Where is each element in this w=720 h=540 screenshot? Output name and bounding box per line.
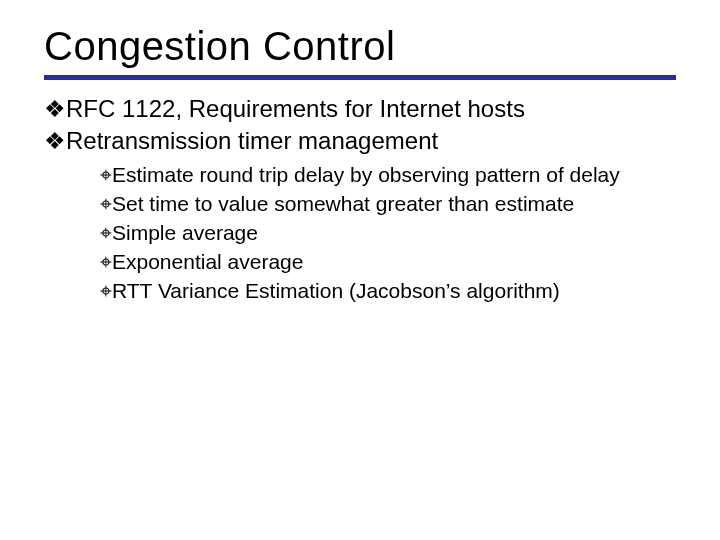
list-item: ⌖RTT Variance Estimation (Jacobson’s alg… [100, 278, 676, 305]
bullet-icon: ❖ [44, 95, 66, 122]
list-item-text: Set time to value somewhat greater than … [112, 192, 574, 215]
list-item: ⌖Set time to value somewhat greater than… [100, 191, 676, 218]
slide: Congestion Control ❖RFC 1122, Requiremen… [0, 0, 720, 540]
list-item-text: RTT Variance Estimation (Jacobson’s algo… [112, 279, 560, 302]
title-rule [44, 75, 676, 80]
bullet-icon: ⌖ [100, 250, 112, 273]
slide-title: Congestion Control [44, 24, 676, 69]
bullet-icon: ⌖ [100, 163, 112, 186]
bullet-icon: ❖ [44, 127, 66, 154]
list-item-text: Exponential average [112, 250, 303, 273]
list-item-text: Simple average [112, 221, 258, 244]
list-item-text: Retransmission timer management [66, 127, 438, 154]
bullet-list-level2: ⌖Estimate round trip delay by observing … [70, 162, 676, 304]
bullet-icon: ⌖ [100, 279, 112, 302]
bullet-icon: ⌖ [100, 221, 112, 244]
list-item: ⌖Estimate round trip delay by observing … [100, 162, 676, 189]
list-item-text: Estimate round trip delay by observing p… [112, 163, 620, 186]
list-item: ⌖Exponential average [100, 249, 676, 276]
bullet-icon: ⌖ [100, 192, 112, 215]
list-item: ❖RFC 1122, Requirements for Internet hos… [44, 94, 676, 124]
list-item: ❖Retransmission timer management ⌖Estima… [44, 126, 676, 304]
list-item-text: RFC 1122, Requirements for Internet host… [66, 95, 525, 122]
bullet-list-level1: ❖RFC 1122, Requirements for Internet hos… [44, 94, 676, 304]
list-item: ⌖Simple average [100, 220, 676, 247]
